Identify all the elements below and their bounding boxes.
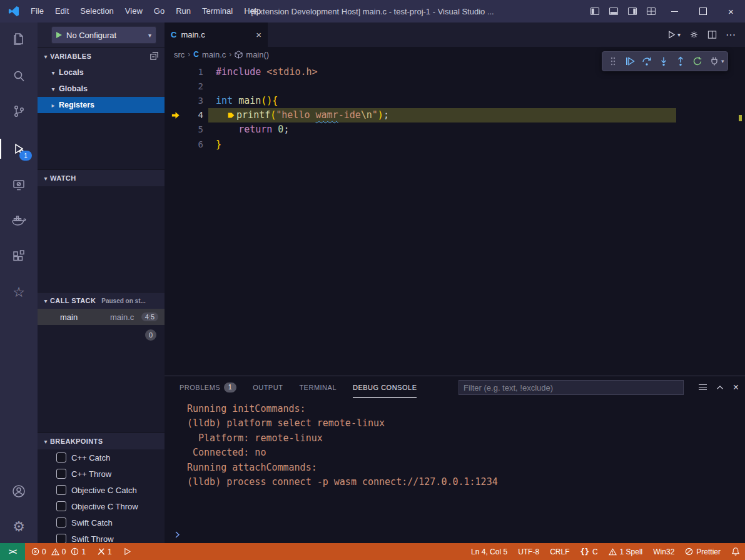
- disconnect-icon[interactable]: [707, 54, 722, 69]
- spell-status[interactable]: 1 Spell: [609, 548, 643, 556]
- step-into-icon[interactable]: [656, 54, 671, 69]
- console-output-line[interactable]: Running initCommands:: [165, 401, 745, 416]
- menu-view[interactable]: View: [119, 0, 148, 22]
- start-debugging-icon[interactable]: [56, 32, 62, 38]
- step-over-icon[interactable]: [639, 54, 654, 69]
- activity-settings[interactable]: ⚙: [0, 512, 38, 542]
- remote-indicator[interactable]: ><: [0, 543, 25, 560]
- menu-edit[interactable]: Edit: [49, 0, 74, 22]
- console-output-line[interactable]: Platform: remote-linux: [165, 431, 745, 446]
- activity-remote-explorer[interactable]: [0, 170, 38, 200]
- formatter[interactable]: Prettier: [685, 548, 721, 556]
- activity-search[interactable]: [0, 61, 38, 91]
- breakpoint-checkbox[interactable]: [56, 485, 66, 495]
- restart-icon[interactable]: [690, 54, 705, 69]
- variables-section-header[interactable]: ▾ VARIABLES: [38, 48, 165, 64]
- code-line-6[interactable]: 6}: [165, 137, 745, 151]
- breakpoint-item-objective-c-throw[interactable]: Objective C Throw: [38, 498, 165, 514]
- activity-source-control[interactable]: [0, 96, 38, 126]
- code-area[interactable]: 1#include <stdio.h>23int main(){4 printf…: [165, 62, 745, 151]
- call-stack-frame[interactable]: main main.c 4:5: [38, 309, 165, 325]
- minimize-button[interactable]: [661, 0, 689, 22]
- split-editor-icon[interactable]: [707, 30, 717, 39]
- breadcrumb-file[interactable]: main.c: [202, 50, 226, 59]
- menu-go[interactable]: Go: [148, 0, 170, 22]
- panel-tab-output[interactable]: OUTPUT: [253, 376, 283, 398]
- run-file-button[interactable]: ▾: [667, 30, 681, 39]
- breakpoint-checkbox[interactable]: [56, 452, 66, 462]
- close-tab-icon[interactable]: ×: [256, 29, 261, 40]
- language-mode[interactable]: {}C: [580, 548, 597, 556]
- collapse-all-icon[interactable]: [150, 51, 159, 61]
- console-output-line[interactable]: (lldb) process connect -p wasm connect:/…: [165, 475, 745, 490]
- cursor-position[interactable]: Ln 4, Col 5: [471, 548, 507, 556]
- activity-account[interactable]: [0, 476, 38, 506]
- console-output-line[interactable]: Connected: no: [165, 446, 745, 461]
- more-actions-icon[interactable]: ⋯: [726, 29, 736, 41]
- code-line-4[interactable]: 4 printf("hello wamr-ide\n");: [165, 108, 745, 122]
- code-line-5[interactable]: 5 return 0;: [165, 122, 745, 137]
- activity-explorer[interactable]: [0, 24, 38, 54]
- console-output-line[interactable]: Running attachCommands:: [165, 460, 745, 475]
- debug-target-status[interactable]: [123, 548, 131, 556]
- breadcrumb-symbol[interactable]: main(): [246, 50, 269, 59]
- step-out-icon[interactable]: [673, 54, 688, 69]
- watch-section-header[interactable]: ▾ WATCH: [38, 169, 165, 186]
- problems-status[interactable]: 0 0 1: [31, 548, 88, 556]
- console-output-line[interactable]: (lldb) platform select remote-linux: [165, 416, 745, 431]
- toggle-panel-icon[interactable]: [604, 0, 623, 22]
- toggle-sidebar-icon[interactable]: [585, 0, 604, 22]
- menu-selection[interactable]: Selection: [74, 0, 119, 22]
- breakpoint-item-swift-catch[interactable]: Swift Catch: [38, 514, 165, 531]
- panel-tab-terminal[interactable]: TERMINAL: [299, 376, 337, 398]
- panel-tab-problems[interactable]: PROBLEMS1: [180, 376, 236, 398]
- notifications-bell-icon[interactable]: [731, 547, 740, 556]
- encoding[interactable]: UTF-8: [518, 548, 539, 556]
- breakpoint-checkbox[interactable]: [56, 501, 66, 511]
- continue-icon[interactable]: [622, 54, 637, 69]
- close-window-button[interactable]: ×: [717, 0, 745, 22]
- breakpoint-item-objective-c-catch[interactable]: Objective C Catch: [38, 482, 165, 498]
- activity-run-debug[interactable]: 1: [0, 134, 38, 164]
- menu-file[interactable]: File: [25, 0, 49, 22]
- toolbar-drag-handle[interactable]: [606, 54, 621, 69]
- editor-settings-icon[interactable]: [689, 30, 699, 39]
- breakpoint-checkbox[interactable]: [56, 534, 66, 543]
- code-line-2[interactable]: 2: [165, 79, 745, 93]
- platform[interactable]: Win32: [653, 548, 674, 556]
- toggle-secondary-sidebar-icon[interactable]: [623, 0, 642, 22]
- activity-extensions[interactable]: [0, 241, 38, 271]
- close-panel-icon[interactable]: ×: [733, 382, 739, 393]
- variables-item-registers[interactable]: ▸Registers: [38, 97, 165, 113]
- code-line-3[interactable]: 3int main(){: [165, 93, 745, 108]
- tab-main-c[interactable]: C main.c ×: [165, 22, 268, 47]
- console-input-chevron-icon[interactable]: [173, 531, 181, 539]
- chevron-down-icon[interactable]: ▾: [721, 58, 724, 64]
- menu-help[interactable]: Help: [238, 0, 266, 22]
- breakpoint-item-c-throw[interactable]: C++ Throw: [38, 466, 165, 482]
- maximize-panel-icon[interactable]: [716, 383, 724, 392]
- breakpoints-section-header[interactable]: ▾ BREAKPOINTS: [38, 432, 165, 449]
- variables-item-locals[interactable]: ▾Locals: [38, 64, 165, 81]
- customize-layout-icon[interactable]: [642, 0, 661, 22]
- activity-docker[interactable]: [0, 205, 38, 235]
- debug-config-dropdown[interactable]: No Configurat ▾: [51, 26, 156, 44]
- breakpoint-checkbox[interactable]: [56, 518, 66, 528]
- breadcrumb-folder[interactable]: src: [174, 50, 185, 59]
- variables-item-globals[interactable]: ▾Globals: [38, 81, 165, 97]
- menu-terminal[interactable]: Terminal: [196, 0, 238, 22]
- panel-tab-debug-console[interactable]: DEBUG CONSOLE: [353, 376, 417, 398]
- eol[interactable]: CRLF: [550, 548, 569, 556]
- call-stack-section-header[interactable]: ▾ CALL STACK Paused on st...: [38, 292, 165, 309]
- breakpoint-item-swift-throw[interactable]: Swift Throw: [38, 531, 165, 543]
- menu-run[interactable]: Run: [170, 0, 196, 22]
- console-filter-input[interactable]: [459, 380, 684, 395]
- tools-status[interactable]: 1: [97, 548, 114, 556]
- maximize-button[interactable]: [689, 0, 717, 22]
- activity-favorites[interactable]: ☆: [0, 278, 38, 308]
- breakpoint-checkbox[interactable]: [56, 469, 66, 479]
- current-line-arrow-icon[interactable]: [165, 111, 186, 120]
- debug-console-output[interactable]: Running initCommands:(lldb) platform sel…: [165, 401, 745, 489]
- console-menu-icon[interactable]: [699, 382, 707, 392]
- breakpoint-item-c-catch[interactable]: C++ Catch: [38, 449, 165, 466]
